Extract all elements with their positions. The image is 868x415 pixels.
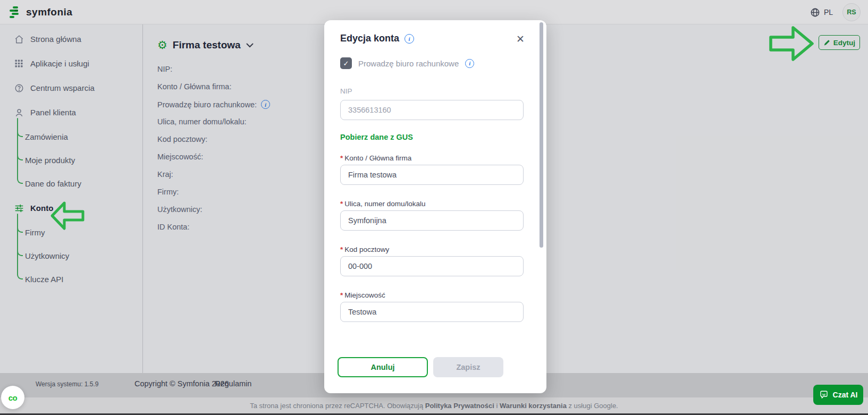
close-icon[interactable]: ✕ [515, 33, 526, 45]
street-input[interactable] [340, 210, 524, 231]
account-name-input[interactable] [340, 165, 524, 185]
street-label: *Ulica, numer domu/lokalu [340, 200, 426, 208]
postal-code-label: *Kod pocztowy [340, 245, 389, 253]
required-asterisk: * [340, 200, 343, 208]
modal-scrollbar[interactable] [540, 22, 543, 248]
app-screen: symfonia PL RS Strona główna [0, 0, 868, 415]
chat-icon [819, 390, 829, 400]
annotation-arrow-left [50, 200, 85, 232]
required-asterisk: * [340, 154, 343, 162]
nip-input[interactable] [340, 100, 524, 120]
accounting-office-checkbox-row: ✓ Prowadzę biuro rachunkowe i [340, 57, 474, 69]
edit-account-modal: Edycja konta i ✕ ✓ Prowadzę biuro rachun… [324, 20, 546, 393]
check-icon: ✓ [343, 60, 349, 67]
modal-title: Edycja konta i [340, 33, 414, 44]
nip-label: NIP [340, 87, 352, 95]
checkbox-label: Prowadzę biuro rachunkowe [358, 59, 459, 68]
save-button[interactable]: Zapisz [433, 357, 503, 377]
info-icon[interactable]: i [404, 34, 414, 44]
postal-code-input[interactable] [340, 256, 524, 276]
info-icon[interactable]: i [465, 59, 474, 68]
gus-fetch-link[interactable]: Pobierz dane z GUS [340, 133, 413, 141]
chat-ai-button[interactable]: Czat AI [813, 385, 863, 405]
required-asterisk: * [340, 245, 343, 253]
cancel-button[interactable]: Anuluj [338, 357, 428, 377]
required-asterisk: * [340, 291, 343, 299]
account-name-label: *Konto / Główna firma [340, 154, 411, 162]
checkbox-checked[interactable]: ✓ [340, 57, 352, 69]
co-logo-icon: co [9, 393, 18, 402]
city-input[interactable] [340, 302, 524, 322]
annotation-arrow-right [769, 23, 814, 64]
city-label: *Miejscowość [340, 291, 385, 299]
cookie-consent-button[interactable]: co [1, 386, 24, 409]
